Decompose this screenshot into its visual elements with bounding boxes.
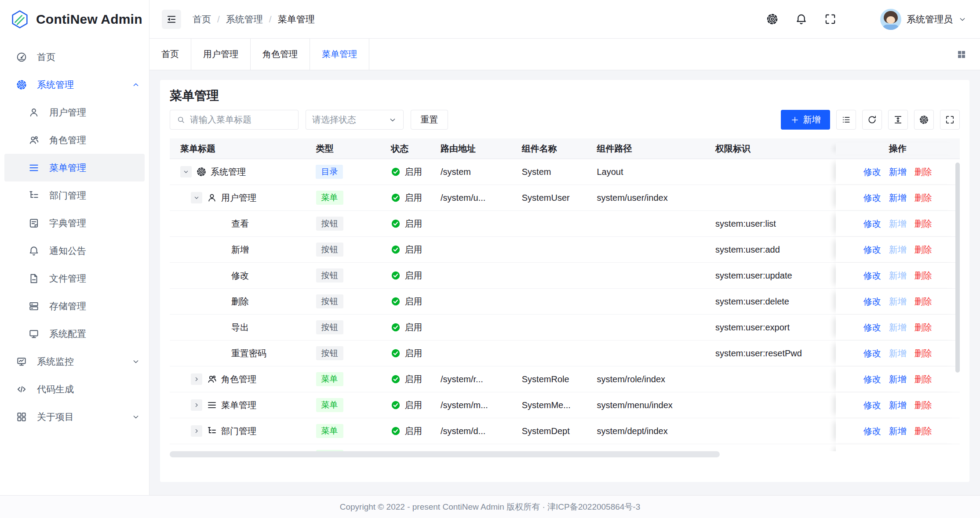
permission-cell: system:user:export xyxy=(705,322,835,333)
table-row: 新增按钮启用system:user:add修改新增删除 xyxy=(170,237,960,263)
edit-link[interactable]: 修改 xyxy=(863,270,881,282)
column-header: 类型 xyxy=(305,143,380,155)
add-link[interactable]: 新增 xyxy=(889,322,907,333)
sidebar-item-label: 代码生成 xyxy=(37,383,74,395)
edit-link[interactable]: 修改 xyxy=(863,192,881,204)
sidebar-item-users[interactable]: 角色管理 xyxy=(0,126,149,154)
sidebar-item-menu[interactable]: 菜单管理 xyxy=(4,154,145,181)
delete-link[interactable]: 删除 xyxy=(914,322,932,333)
sidebar-item-tree[interactable]: 部门管理 xyxy=(0,181,149,209)
edit-link[interactable]: 修改 xyxy=(863,166,881,178)
delete-link[interactable]: 删除 xyxy=(914,399,932,411)
type-cell: 按钮 xyxy=(306,346,381,360)
horizontal-scrollbar-thumb[interactable] xyxy=(170,451,720,457)
delete-link[interactable]: 删除 xyxy=(914,218,932,230)
sidebar-item-storage[interactable]: 存储管理 xyxy=(0,292,149,320)
sidebar-collapse-button[interactable] xyxy=(162,10,181,29)
sidebar-item-user[interactable]: 用户管理 xyxy=(0,98,149,126)
add-link[interactable]: 新增 xyxy=(889,192,907,204)
type-tag: 菜单 xyxy=(316,372,343,386)
delete-link[interactable]: 删除 xyxy=(914,373,932,385)
edit-link[interactable]: 修改 xyxy=(863,425,881,437)
sidebar-item-dict[interactable]: 字典管理 xyxy=(0,209,149,237)
edit-link[interactable]: 修改 xyxy=(863,348,881,359)
add-link[interactable]: 新增 xyxy=(889,451,907,452)
tab-角色管理[interactable]: 角色管理 xyxy=(251,39,310,70)
refresh-button[interactable] xyxy=(862,110,882,130)
add-button[interactable]: 新增 xyxy=(781,110,830,130)
add-link[interactable]: 新增 xyxy=(889,373,907,385)
expand-row-button[interactable] xyxy=(191,373,202,385)
expand-row-button[interactable] xyxy=(191,399,202,411)
delete-link[interactable]: 删除 xyxy=(914,348,932,359)
list-button[interactable] xyxy=(836,110,856,130)
delete-link[interactable]: 删除 xyxy=(914,192,932,204)
sidebar-item-monitor[interactable]: 系统配置 xyxy=(0,320,149,348)
delete-link[interactable]: 删除 xyxy=(914,451,932,452)
add-link[interactable]: 新增 xyxy=(889,166,907,178)
reset-button[interactable]: 重置 xyxy=(411,110,448,130)
users-icon xyxy=(28,134,40,146)
status-select[interactable]: 请选择状态 xyxy=(306,110,404,130)
add-link[interactable]: 新增 xyxy=(889,270,907,282)
fullscreen-button[interactable] xyxy=(940,110,960,130)
bell-button[interactable] xyxy=(793,11,809,27)
user-menu[interactable]: 系统管理员 xyxy=(880,9,967,30)
sidebar-item-dashboard[interactable]: 首页 xyxy=(0,43,149,71)
sidebar-item-code[interactable]: 代码生成 xyxy=(0,375,149,403)
vertical-scrollbar-thumb[interactable] xyxy=(955,163,960,373)
sidebar-item-monitor-chart[interactable]: 系统监控 xyxy=(0,348,149,375)
breadcrumb-item[interactable]: 首页 xyxy=(193,13,211,25)
breadcrumb-item[interactable]: 系统管理 xyxy=(226,13,263,25)
add-link[interactable]: 新增 xyxy=(889,425,907,437)
edit-link[interactable]: 修改 xyxy=(863,296,881,308)
delete-link[interactable]: 删除 xyxy=(914,166,932,178)
sidebar-item-bell[interactable]: 通知公告 xyxy=(0,237,149,264)
menu-title: 新增 xyxy=(231,244,249,256)
type-tag: 按钮 xyxy=(316,346,343,360)
component-path-cell: system/menu/index xyxy=(586,400,705,410)
edit-link[interactable]: 修改 xyxy=(863,244,881,256)
collapse-row-button[interactable] xyxy=(191,192,202,203)
delete-link[interactable]: 删除 xyxy=(914,425,932,437)
edit-link[interactable]: 修改 xyxy=(863,218,881,230)
add-link[interactable]: 新增 xyxy=(889,244,907,256)
delete-link[interactable]: 删除 xyxy=(914,244,932,256)
add-link[interactable]: 新增 xyxy=(889,296,907,308)
status-label: 启用 xyxy=(404,348,422,359)
title-cell: 查看 xyxy=(170,218,306,230)
tab-list-button[interactable] xyxy=(954,47,969,62)
search-input[interactable] xyxy=(190,115,292,125)
add-link[interactable]: 新增 xyxy=(889,218,907,230)
edit-link[interactable]: 修改 xyxy=(863,322,881,333)
moon-button[interactable] xyxy=(851,11,867,27)
edit-link[interactable]: 修改 xyxy=(863,373,881,385)
tab-用户管理[interactable]: 用户管理 xyxy=(191,39,251,70)
add-link[interactable]: 新增 xyxy=(889,348,907,359)
breadcrumb-item[interactable]: 菜单管理 xyxy=(278,13,315,25)
actions-cell: 修改新增删除 xyxy=(836,211,960,236)
expand-row-button[interactable] xyxy=(191,425,202,437)
status-label: 启用 xyxy=(404,373,422,385)
line-height-button[interactable] xyxy=(888,110,908,130)
status-cell: 启用 xyxy=(380,244,430,256)
delete-link[interactable]: 删除 xyxy=(914,270,932,282)
collapse-row-button[interactable] xyxy=(180,166,192,177)
gear-button[interactable] xyxy=(914,110,934,130)
delete-link[interactable]: 删除 xyxy=(914,296,932,308)
type-cell: 目录 xyxy=(305,165,380,179)
edit-link[interactable]: 修改 xyxy=(863,399,881,411)
sidebar-item-grid[interactable]: 关于项目 xyxy=(0,403,149,431)
add-link[interactable]: 新增 xyxy=(889,399,907,411)
sidebar-item-file[interactable]: 文件管理 xyxy=(0,264,149,292)
tab-菜单管理[interactable]: 菜单管理 xyxy=(310,39,369,70)
fullscreen-button[interactable] xyxy=(822,11,838,27)
settings-button[interactable] xyxy=(764,11,780,27)
sidebar-item-label: 系统配置 xyxy=(49,328,86,340)
tab-首页[interactable]: 首页 xyxy=(149,39,191,70)
status-enabled-icon xyxy=(391,193,401,203)
sidebar-item-gear[interactable]: 系统管理 xyxy=(0,71,149,98)
edit-link[interactable]: 修改 xyxy=(863,451,881,452)
status-enabled-icon xyxy=(391,167,401,177)
type-cell: 按钮 xyxy=(306,217,381,231)
